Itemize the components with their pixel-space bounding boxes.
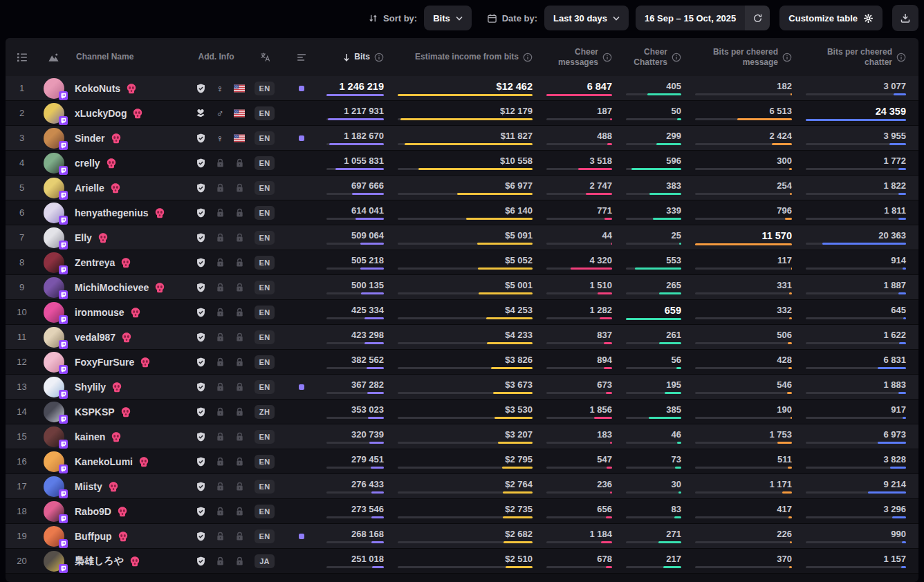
avatar[interactable] [38,449,69,473]
table-row[interactable]: 5 Arielle EN 697 666$6 9772 7473832541 8… [6,176,918,200]
indicator-column-header[interactable] [284,53,320,62]
channel-name[interactable]: kainen [69,424,187,449]
add-info-cell [187,549,246,573]
table-row[interactable]: 19 Buffpup EN 268 168$2 6821 18427122699… [6,524,918,549]
rank-column-header[interactable] [6,53,38,62]
avatar[interactable] [38,400,69,424]
avatar[interactable] [38,225,69,250]
avatar-column-header[interactable] [38,53,69,62]
channel-name[interactable]: FoxyFurSure [69,350,187,374]
avatar[interactable] [38,250,69,274]
income-cell-value: $5 001 [505,280,533,290]
table-row[interactable]: 17 Miisty EN 276 433$2 764236301 1719 21… [6,474,918,499]
avatar[interactable] [38,524,69,548]
channel-name[interactable]: Miisty [69,474,187,498]
download-button[interactable] [892,5,918,31]
channel-name[interactable]: crelly [69,151,187,175]
table-row[interactable]: 13 Shylily EN 367 282$3 6736731955461 88… [6,375,918,400]
date-by-label: Date by: [487,13,537,24]
table-row[interactable]: 18 Rabo9D EN 273 546$2 735656834173 296 [6,499,918,524]
avatar[interactable] [38,126,69,150]
bits-per-message-cell-bar [695,93,792,95]
bits-column-header[interactable]: Bits [320,52,391,62]
table-row[interactable]: 9 MichiMochievee EN 500 135$5 0011 51026… [6,275,918,300]
add-info-cell [187,350,246,374]
channel-name[interactable]: vedal987 [69,325,187,349]
avatar[interactable] [38,176,69,200]
income-cell-bar [398,541,533,543]
avatar[interactable] [38,499,69,523]
income-cell: $2 682 [391,524,539,548]
channel-name[interactable]: Shylily [69,375,187,399]
channel-name[interactable]: ironmouse [69,300,187,324]
skull-icon [140,357,151,368]
table-row[interactable]: 16 KanekoLumi EN 279 451$2 795547735113 … [6,449,918,474]
channel-name[interactable]: KanekoLumi [69,449,187,473]
income-cell: $11 827 [391,126,539,150]
customize-table-button[interactable]: Customize table [779,6,883,30]
channel-name[interactable]: henyathegenius [69,200,187,225]
bits-cell: 1 217 931 [320,101,391,125]
table-row[interactable]: 8 Zentreya EN 505 218$5 0524 32055311791… [6,250,918,275]
avatar[interactable] [38,300,69,324]
shield-check-icon [195,556,206,567]
avatar[interactable] [38,101,69,125]
avatar[interactable] [38,350,69,374]
avatar[interactable] [38,151,69,175]
bits-per-message-cell-value: 254 [777,180,792,191]
language-cell: EN [246,474,284,498]
channel-name[interactable]: Buffpup [69,524,187,548]
channel-name[interactable]: Elly [69,225,187,250]
language-badge: EN [255,505,275,518]
date-range-value[interactable]: 16 Sep – 15 Oct, 2025 [636,6,745,30]
channel-name[interactable]: Arielle [69,176,187,200]
cheer-chatters-header[interactable]: Cheer Chatters [619,47,688,68]
indicator-cell [284,200,320,225]
channel-name[interactable]: Sinder [69,126,187,150]
table-row[interactable]: 10 ironmouse EN 425 334$4 2531 282659332… [6,300,918,325]
table-row[interactable]: 1 KokoNuts ♀ EN 1 246 219$12 4626 847405… [6,76,918,101]
avatar[interactable] [38,325,69,349]
table-row[interactable]: 7 Elly EN 509 064$5 091442511 57020 363 [6,225,918,250]
channel-name[interactable]: KokoNuts [69,76,187,100]
cheer-messages-cell-value: 183 [597,429,612,440]
cheer-messages-header[interactable]: Cheer messages [539,47,619,68]
table-row[interactable]: 3 Sinder ♀ EN 1 182 670$11 8274882992 42… [6,126,918,151]
refresh-button[interactable] [745,6,770,30]
channel-name[interactable]: Rabo9D [69,499,187,523]
table-row[interactable]: 11 vedal987 EN 423 298$4 2338372615061 6… [6,325,918,350]
avatar[interactable] [38,474,69,498]
avatar[interactable] [38,424,69,449]
table-row[interactable]: 14 KSPKSP ZH 353 023$3 5301 856385190917 [6,400,918,424]
channel-name[interactable]: MichiMochievee [69,275,187,299]
cheer-messages-cell-value: 187 [597,106,612,116]
bits-per-chatter-header[interactable]: Bits per cheered chatter [799,47,918,68]
table-row[interactable]: 4 crelly EN 1 055 831$10 5583 5185963001… [6,151,918,176]
table-row[interactable]: 2 xLuckyDog ♂ EN 1 217 931$12 179187506 … [6,101,918,126]
add-info-header[interactable]: Add. Info [187,52,246,62]
bits-cell: 425 334 [320,300,391,324]
twitch-badge-icon [59,315,68,324]
income-cell-value: $2 510 [505,554,533,564]
avatar[interactable] [38,549,69,573]
table-row[interactable]: 6 henyathegenius EN 614 041$6 1407713397… [6,200,918,225]
table-row[interactable]: 15 kainen EN 320 739$3 207183461 7536 97… [6,424,918,449]
avatar[interactable] [38,275,69,299]
income-column-header[interactable]: Estimate income from bits [391,52,539,62]
bits-per-chatter-cell-bar [806,342,906,344]
channel-name[interactable]: KSPKSP [69,400,187,424]
avatar[interactable] [38,76,69,100]
channel-name[interactable]: Zentreya [69,250,187,274]
table-row[interactable]: 12 FoxyFurSure EN 382 562$3 826894564286… [6,350,918,375]
channel-name-header[interactable]: Channel Name [69,52,187,62]
channel-name[interactable]: xLuckyDog [69,101,187,125]
avatar[interactable] [38,200,69,225]
language-column-header[interactable] [246,52,284,62]
bits-per-message-header[interactable]: Bits per cheered message [688,47,799,68]
date-preset-dropdown[interactable]: Last 30 days [544,6,629,30]
avatar[interactable] [38,375,69,399]
table-row[interactable]: 20 梟雄しろや JA 251 018$2 5106782173701 157 [6,549,918,574]
channel-name[interactable]: 梟雄しろや [69,549,187,573]
sort-dropdown[interactable]: Bits [424,6,472,30]
bits-per-chatter-cell-value: 1 157 [883,554,906,564]
